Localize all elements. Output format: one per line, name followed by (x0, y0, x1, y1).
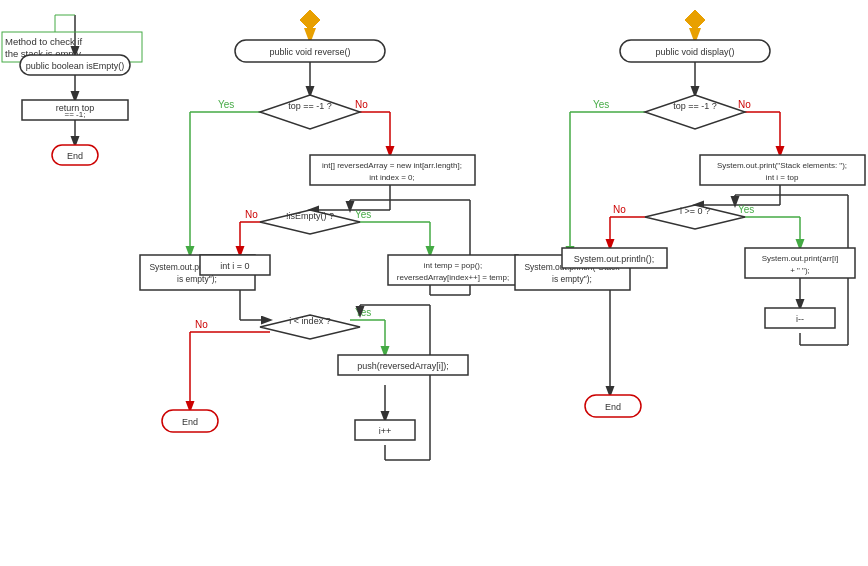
svg-text:Yes: Yes (738, 204, 754, 215)
svg-text:Yes: Yes (355, 209, 371, 220)
svg-text:top == -1 ?: top == -1 ? (288, 101, 332, 111)
svg-text:End: End (182, 417, 198, 427)
svg-text:Yes: Yes (593, 99, 609, 110)
svg-text:reversedArray[index++] = temp;: reversedArray[index++] = temp; (397, 273, 509, 282)
svg-text:No: No (195, 319, 208, 330)
svg-text:System.out.print("Stack elemen: System.out.print("Stack elements: "); (717, 161, 847, 170)
svg-text:int index = 0;: int index = 0; (369, 173, 415, 182)
svg-marker-73 (300, 10, 320, 30)
svg-text:push(reversedArray[i]);: push(reversedArray[i]); (357, 361, 449, 371)
svg-text:End: End (605, 402, 621, 412)
svg-text:int temp = pop();: int temp = pop(); (424, 261, 482, 270)
svg-text:top == -1 ?: top == -1 ? (673, 101, 717, 111)
svg-text:int i = 0: int i = 0 (220, 261, 249, 271)
svg-text:i >= 0 ?: i >= 0 ? (680, 206, 710, 216)
svg-marker-99 (685, 10, 705, 30)
svg-text:Yes: Yes (218, 99, 234, 110)
svg-text:== -1;: == -1; (65, 110, 86, 119)
flowchart-svg: Yes No Yes No Yes No Yes No (0, 0, 868, 566)
svg-text:Yes: Yes (355, 307, 371, 318)
svg-text:i++: i++ (379, 426, 392, 436)
svg-text:int[] reversedArray = new int[: int[] reversedArray = new int[arr.length… (322, 161, 462, 170)
svg-text:i < index ?: i < index ? (289, 316, 330, 326)
svg-text:is empty");: is empty"); (552, 274, 592, 284)
svg-text:No: No (245, 209, 258, 220)
svg-text:int i = top: int i = top (766, 173, 799, 182)
flowchart-container: Yes No Yes No Yes No Yes No (0, 0, 868, 566)
svg-text:!isEmpty() ?: !isEmpty() ? (286, 211, 334, 221)
svg-text:System.out.println();: System.out.println(); (574, 254, 655, 264)
svg-text:public boolean isEmpty(): public boolean isEmpty() (26, 61, 125, 71)
svg-text:+ " ");: + " "); (790, 266, 810, 275)
svg-text:No: No (355, 99, 368, 110)
svg-text:Method to check if: Method to check if (5, 36, 82, 47)
svg-text:No: No (738, 99, 751, 110)
svg-text:public void reverse(): public void reverse() (269, 47, 350, 57)
svg-text:i--: i-- (796, 314, 804, 324)
svg-text:No: No (613, 204, 626, 215)
svg-text:public void display(): public void display() (655, 47, 734, 57)
svg-text:System.out.print(arr[i]: System.out.print(arr[i] (762, 254, 838, 263)
svg-text:End: End (67, 151, 83, 161)
